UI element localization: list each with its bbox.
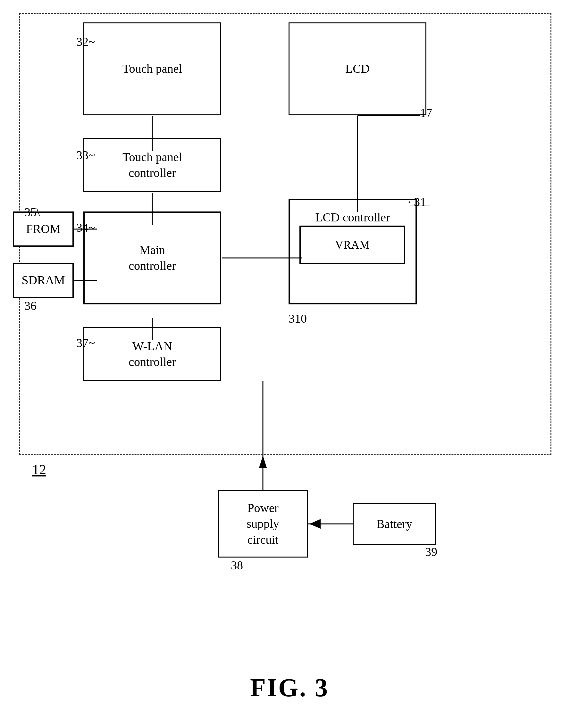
svg-marker-8: [259, 456, 267, 468]
ref-35: 35\: [24, 205, 40, 219]
battery-block: Battery: [353, 503, 436, 545]
main-controller-label: Maincontroller: [129, 242, 176, 274]
vram-label: VRAM: [335, 237, 370, 253]
lcd-block: LCD: [288, 22, 426, 115]
touch-panel-block: Touch panel: [83, 22, 221, 115]
page: Touch panel LCD Touch panelcontroller Ma…: [0, 0, 579, 728]
lcd-controller-block: LCD controller VRAM: [288, 199, 417, 304]
sdram-label: SDRAM: [22, 272, 65, 288]
wlan-controller-label: W-LANcontroller: [129, 338, 176, 370]
ref-38: 38: [231, 558, 243, 572]
figure-label: FIG. 3: [250, 673, 329, 702]
touch-panel-controller-label: Touch panelcontroller: [123, 149, 182, 181]
device-label: 12: [32, 461, 46, 478]
ref-33: 33~: [76, 148, 95, 162]
ref-31: · 31: [408, 195, 426, 209]
touch-panel-label: Touch panel: [123, 61, 182, 77]
lcd-controller-label: LCD controller: [290, 210, 416, 225]
lcd-label: LCD: [345, 61, 370, 77]
main-controller-block: Maincontroller: [83, 211, 221, 304]
ref-39: 39: [425, 545, 437, 559]
touch-panel-controller-block: Touch panelcontroller: [83, 138, 221, 192]
wlan-controller-block: W-LANcontroller: [83, 327, 221, 381]
from-label: FROM: [26, 221, 60, 237]
sdram-block: SDRAM: [13, 263, 74, 298]
svg-marker-10: [309, 519, 321, 529]
ref-17: 17: [420, 106, 432, 120]
power-supply-block: Powersupplycircuit: [218, 490, 308, 557]
ref-34: 34~: [76, 220, 95, 235]
ref-32: 32~: [76, 34, 95, 49]
ref-36: 36: [24, 298, 36, 313]
power-supply-label: Powersupplycircuit: [247, 500, 279, 548]
from-block: FROM: [13, 211, 74, 247]
ref-310: 310: [288, 311, 307, 326]
battery-label: Battery: [376, 517, 412, 531]
ref-37: 37~: [76, 336, 95, 350]
